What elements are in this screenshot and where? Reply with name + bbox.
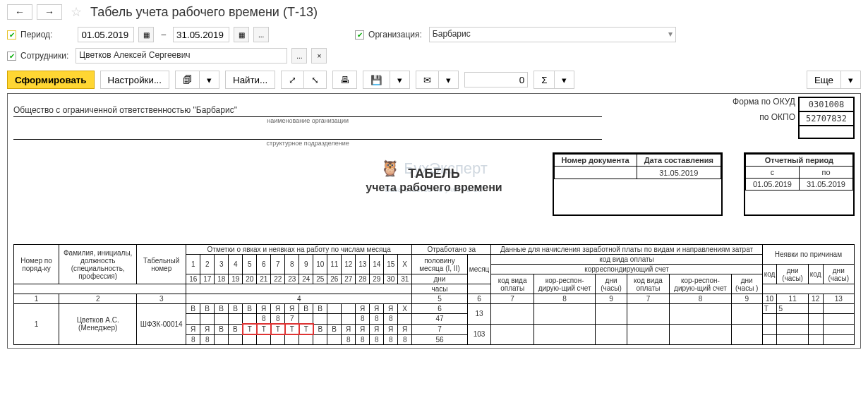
collapse-button[interactable]: ⤡ xyxy=(304,71,327,89)
emp-label: Сотрудники: xyxy=(20,51,68,61)
struct-line xyxy=(13,130,602,140)
email-dropdown[interactable]: ▾ xyxy=(439,71,459,89)
dash: – xyxy=(161,30,166,40)
okpo-label: по ОКПО xyxy=(733,112,798,126)
print-button[interactable]: 🖶 xyxy=(332,71,357,89)
struct-sub-label: структурное подразделение xyxy=(13,140,602,147)
forward-button[interactable]: → xyxy=(37,4,62,20)
okud-label: Форма по ОКУД xyxy=(733,97,798,112)
period-select-button[interactable]: ... xyxy=(253,27,269,42)
org-sub-label: наименование организации xyxy=(13,117,602,124)
dropdown-icon: ▾ xyxy=(668,29,673,40)
variants-button[interactable]: 🗐 xyxy=(175,71,200,89)
sigma-button[interactable]: Σ xyxy=(534,71,555,89)
emp-input[interactable]: Цветков Алексей Сергеевич xyxy=(76,48,287,64)
report-subtitle: учета рабочего времени xyxy=(366,181,502,194)
generate-button[interactable]: Сформировать xyxy=(7,71,95,89)
emp-select-button[interactable]: ... xyxy=(291,48,307,64)
okpo-empty xyxy=(798,126,855,139)
emp-clear-button[interactable]: × xyxy=(311,48,327,64)
period-box: Отчетный период спо 01.05.201931.05.2019 xyxy=(744,152,855,216)
doc-num-box: Номер документаДата составления 31.05.20… xyxy=(553,152,723,216)
page-title: Табель учета рабочего времени (Т-13) xyxy=(90,5,318,20)
period-label: Период: xyxy=(20,30,52,40)
org-checkbox[interactable]: ✔ xyxy=(355,30,364,40)
okpo-value: 52707832 xyxy=(798,112,855,126)
calendar-from-button[interactable]: ▦ xyxy=(138,27,154,42)
save-button[interactable]: 💾 xyxy=(363,71,390,89)
period-checkbox[interactable]: ✔ xyxy=(7,30,16,40)
expand-button[interactable]: ⤢ xyxy=(281,71,304,89)
settings-button[interactable]: Настройки... xyxy=(100,71,169,89)
save-dropdown[interactable]: ▾ xyxy=(390,71,410,89)
org-full-name: Общество с ограниченной ответственностью… xyxy=(13,104,602,117)
emp-checkbox[interactable]: ✔ xyxy=(7,52,16,61)
calendar-to-button[interactable]: ▦ xyxy=(234,27,249,42)
timesheet-table: Номер по поряд-ку Фамилия, инициалы, дол… xyxy=(13,244,855,345)
find-button[interactable]: Найти... xyxy=(225,71,275,89)
email-button[interactable]: ✉ xyxy=(416,71,439,89)
sum-input[interactable] xyxy=(464,72,528,87)
report-title: ТАБЕЛЬ xyxy=(366,167,502,181)
okud-value: 0301008 xyxy=(798,97,855,112)
variants-dropdown[interactable]: ▾ xyxy=(200,71,219,89)
org-input[interactable]: Барбарис▾ xyxy=(429,27,676,42)
date-from-input[interactable] xyxy=(78,27,134,42)
more-button[interactable]: Еще xyxy=(807,71,841,89)
org-label: Организация: xyxy=(368,30,422,40)
star-icon[interactable]: ☆ xyxy=(71,4,82,20)
report-area: Форма по ОКУД 0301008 по ОКПО 52707832 О… xyxy=(7,93,861,349)
sigma-dropdown[interactable]: ▾ xyxy=(555,71,574,89)
date-to-input[interactable] xyxy=(173,27,229,42)
back-button[interactable]: ← xyxy=(7,4,32,20)
more-dropdown[interactable]: ▾ xyxy=(841,71,861,89)
